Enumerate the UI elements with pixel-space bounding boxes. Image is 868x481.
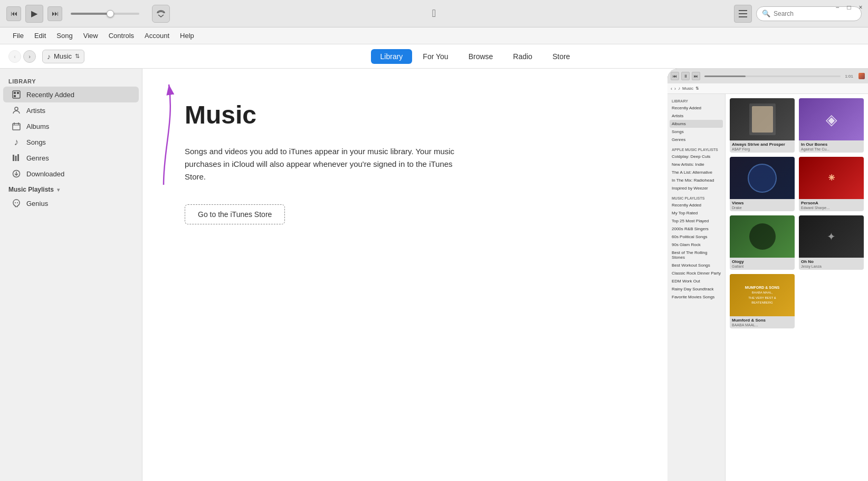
ipad-album-2-artist: Against The Cu... [799, 147, 864, 153]
genres-label: Genres [26, 154, 49, 162]
ipad-artists: Artists [667, 112, 725, 120]
menu-file[interactable]: File [8, 30, 28, 42]
tab-radio[interactable]: Radio [503, 49, 542, 64]
source-selector[interactable]: ♪ Music ⇅ [42, 50, 84, 63]
close-button[interactable]: × [855, 2, 866, 13]
search-icon: 🔍 [762, 10, 770, 17]
ipad-playlist-4: In The Mix: Radiohead [667, 176, 725, 184]
menu-view[interactable]: View [79, 30, 102, 42]
content-inner: Music Songs and videos you add to iTunes… [142, 69, 512, 246]
ipad-mp-4: 2000s R&B Singers [667, 225, 725, 233]
ipad-album-1-artist: A$AP Ferg [730, 147, 795, 153]
ipad-album-5-artist: Gallant [730, 265, 795, 270]
ipad-songs: Songs [667, 128, 725, 136]
main-layout: Library Recently Added Artists [0, 69, 868, 481]
itunes-store-button[interactable]: Go to the iTunes Store [185, 204, 285, 224]
svg-point-7 [15, 107, 18, 110]
genius-label: Genius [26, 200, 48, 208]
sidebar-item-artists[interactable]: Artists [3, 102, 139, 118]
ipad-mp-6: 90s Glam Rock [667, 241, 725, 249]
tab-library[interactable]: Library [371, 49, 413, 64]
menu-controls[interactable]: Controls [104, 30, 138, 42]
volume-slider[interactable] [71, 13, 139, 15]
window-controls: − □ × [832, 2, 866, 13]
downloaded-icon [12, 169, 21, 178]
maximize-button[interactable]: □ [844, 2, 854, 13]
ipad-album-4: ⁕ PersonA Edward Sharpe... [799, 157, 864, 211]
ipad-mp-11: Rainy Day Soundtrack [667, 285, 725, 293]
nav-bar: ‹ › ♪ Music ⇅ Library For You Browse Rad… [0, 44, 868, 69]
sidebar-item-downloaded[interactable]: Downloaded [3, 166, 139, 182]
ipad-playlist-1: Coldplay: Deep Cuts [667, 153, 725, 161]
ipad-playlist-3: The A List: Alternative [667, 168, 725, 176]
content-description: Songs and videos you add to iTunes appea… [185, 145, 470, 183]
sidebar-item-genius[interactable]: Genius [3, 195, 139, 211]
recently-added-icon [12, 90, 21, 99]
ipad-main: Library Recently Added Artists Albums So… [667, 94, 868, 481]
songs-label: Songs [26, 138, 46, 146]
albums-icon [12, 121, 21, 131]
songs-icon: ♪ [12, 137, 21, 147]
svg-rect-5 [17, 92, 19, 94]
ipad-album-3-art [730, 157, 795, 199]
svg-rect-1 [739, 13, 747, 14]
tab-for-you[interactable]: For You [413, 49, 457, 64]
tab-store[interactable]: Store [543, 49, 579, 64]
ipad-sidebar: Library Recently Added Artists Albums So… [667, 94, 726, 481]
ipad-mp-12: Favorite Movies Songs [667, 293, 725, 301]
sidebar-item-recently-added[interactable]: Recently Added [3, 87, 139, 102]
music-playlists-header[interactable]: Music Playlists ▾ [0, 182, 142, 195]
ipad-album-4-art: ⁕ [799, 157, 864, 199]
sidebar-item-genres[interactable]: Genres [3, 150, 139, 166]
ipad-album-3-title: Views [730, 199, 795, 206]
ipad-nav: ‹ › ♪ Music ⇅ [667, 83, 868, 94]
svg-rect-8 [13, 124, 20, 130]
sidebar-item-songs[interactable]: ♪ Songs [3, 134, 139, 150]
source-dropdown-icon: ⇅ [75, 53, 80, 60]
menu-song[interactable]: Song [52, 30, 77, 42]
ipad-playlist-5: Inspired by Weezer [667, 184, 725, 192]
ipad-mp-3: Top 25 Most Played [667, 217, 725, 225]
play-button[interactable]: ▶ [25, 5, 43, 23]
svg-rect-6 [14, 95, 16, 97]
ipad-mp-5: 60s Political Songs [667, 233, 725, 241]
ipad-album-5: Ology Gallant [730, 215, 795, 270]
ipad-prev-btn: ⏮ [671, 72, 679, 80]
ipad-album-6: ✦ Oh No Jessy Lanza [799, 215, 864, 270]
nav-tabs: Library For You Browse Radio Store [371, 49, 580, 64]
ipad-album-3-artist: Drake [730, 206, 795, 211]
sidebar-item-albums[interactable]: Albums [3, 118, 139, 134]
content-area: Music Songs and videos you add to iTunes… [142, 69, 868, 481]
apple-logo:  [432, 7, 436, 20]
ipad-albums-grid: Always Strive and Prosper A$AP Ferg ◈ In… [726, 94, 868, 333]
next-button[interactable]: ⏭ [47, 6, 62, 21]
transport-controls: ⏮ ▶ ⏭ [6, 5, 170, 23]
ipad-album-3: Views Drake [730, 157, 795, 211]
ipad-screen: ⏮ ⏸ ⏭ 1:01 ‹ › ♪ Music [667, 69, 868, 481]
ipad-album-4-title: PersonA [799, 199, 864, 206]
title-bar: ⏮ ▶ ⏭  🔍 − □ × [0, 0, 868, 27]
menu-help[interactable]: Help [176, 30, 198, 42]
ipad-album-1-title: Always Strive and Prosper [730, 140, 795, 147]
ipad-mp-9: Classic Rock Dinner Party [667, 269, 725, 277]
minimize-button[interactable]: − [832, 2, 843, 13]
ipad-library-label: Library [667, 97, 725, 104]
back-button[interactable]: ‹ [8, 50, 21, 63]
ipad-content: Always Strive and Prosper A$AP Ferg ◈ In… [726, 94, 868, 481]
ipad-album-2-art: ◈ [799, 98, 864, 140]
svg-rect-11 [17, 154, 19, 161]
svg-rect-4 [14, 92, 16, 94]
forward-button[interactable]: › [23, 50, 36, 63]
ipad-title-bar: ⏮ ⏸ ⏭ 1:01 [667, 69, 868, 83]
svg-rect-9 [13, 155, 14, 161]
menu-account[interactable]: Account [140, 30, 174, 42]
airplay-button[interactable] [152, 5, 170, 23]
svg-rect-10 [15, 156, 17, 161]
prev-button[interactable]: ⏮ [6, 6, 21, 21]
playlists-chevron-icon: ▾ [57, 187, 60, 193]
menu-edit[interactable]: Edit [30, 30, 50, 42]
albums-label: Albums [26, 122, 49, 130]
ipad-genres: Genres [667, 136, 725, 144]
list-view-button[interactable] [734, 5, 752, 23]
tab-browse[interactable]: Browse [459, 49, 503, 64]
